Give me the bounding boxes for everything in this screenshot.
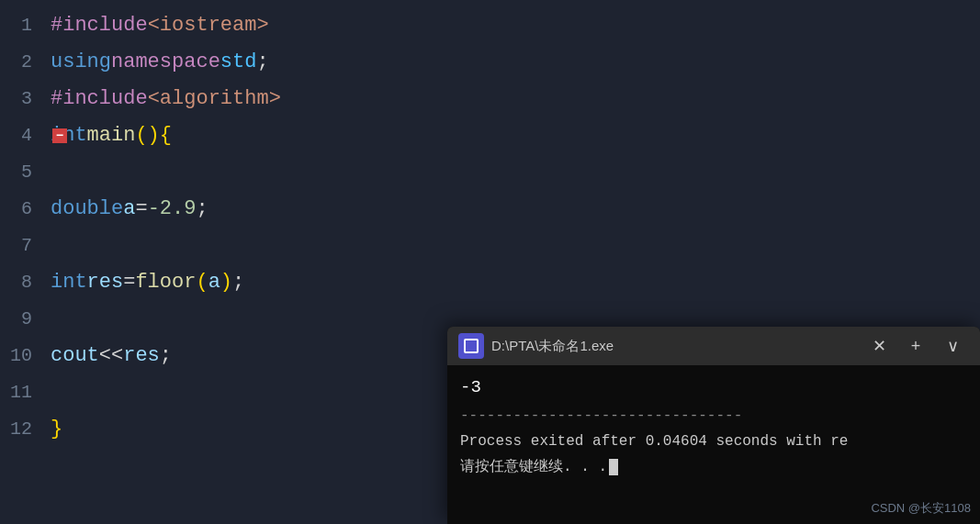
line-number: 12 (0, 411, 51, 448)
token: floor (135, 264, 196, 301)
editor-area: 1#include <iostream>2using namespace std… (0, 0, 980, 524)
terminal-title: D:\PTA\未命名1.exe (491, 338, 855, 355)
terminal-new-tab-button[interactable]: + (899, 333, 932, 359)
line-content: int main() { (51, 117, 980, 154)
code-line: 4−int main() { (0, 117, 980, 154)
token: #include (51, 7, 148, 44)
token: a (208, 264, 220, 301)
token: res (123, 338, 160, 374)
token: <iostream> (148, 7, 269, 44)
line-number: 11 (0, 374, 51, 411)
terminal-app-icon (458, 333, 484, 359)
watermark: CSDN @长安1108 (871, 500, 971, 517)
terminal-cursor (609, 459, 618, 475)
token: std (220, 44, 257, 81)
terminal-continue-line: 请按任意键继续. . . (460, 456, 967, 478)
code-line: 1#include <iostream> (0, 7, 980, 44)
token: res (87, 264, 124, 301)
terminal-output: -3 (460, 374, 967, 401)
line-number: 7 (0, 228, 51, 264)
token: main (87, 117, 136, 154)
token: ) (220, 264, 232, 301)
line-content: int res = floor(a); (51, 264, 980, 301)
token: = (123, 264, 135, 301)
terminal-chevron-button[interactable]: ∨ (936, 333, 969, 359)
token: a (123, 191, 135, 228)
token: { (160, 117, 172, 154)
line-number: 5 (0, 154, 51, 191)
token: namespace (111, 44, 220, 81)
line-number: 2 (0, 44, 51, 81)
terminal-overlay: D:\PTA\未命名1.exe ✕ + ∨ -3 ---------------… (447, 327, 980, 524)
token: #include (51, 81, 148, 117)
token: ; (196, 191, 208, 228)
terminal-titlebar: D:\PTA\未命名1.exe ✕ + ∨ (447, 327, 980, 365)
terminal-divider: -------------------------------- (460, 405, 967, 427)
token: ( (196, 264, 208, 301)
code-line: 2using namespace std; (0, 44, 980, 81)
code-line: 7 (0, 228, 980, 264)
line-number: 6 (0, 191, 51, 228)
token: int (51, 264, 87, 301)
token: () (135, 117, 159, 154)
code-line: 5 (0, 154, 980, 191)
terminal-process-line: Process exited after 0.04604 seconds wit… (460, 430, 967, 452)
line-number: 10 (0, 338, 51, 374)
terminal-controls: ✕ + ∨ (862, 333, 969, 359)
code-line: 6 double a = -2.9; (0, 191, 980, 228)
token: ; (232, 264, 244, 301)
token: using (51, 44, 111, 81)
line-number: 8 (0, 264, 51, 301)
code-line: 8 int res = floor(a); (0, 264, 980, 301)
line-content: #include <algorithm> (51, 81, 980, 117)
line-number: 1 (0, 7, 51, 44)
line-content: using namespace std; (51, 44, 980, 81)
collapse-icon[interactable]: − (52, 128, 67, 143)
token: } (51, 411, 62, 448)
token: ; (256, 44, 268, 81)
line-number: 9 (0, 301, 51, 338)
line-number: 3 (0, 81, 51, 117)
token: ; (160, 338, 172, 374)
code-line: 3#include <algorithm> (0, 81, 980, 117)
terminal-close-button[interactable]: ✕ (862, 333, 896, 359)
token: -2.9 (148, 191, 197, 228)
token: = (135, 191, 147, 228)
terminal-continue-text: 请按任意键继续. . . (460, 456, 607, 478)
token: cout (51, 338, 99, 374)
line-number: 4 (0, 117, 51, 154)
token: <algorithm> (148, 81, 281, 117)
line-content: #include <iostream> (51, 7, 980, 44)
line-content: double a = -2.9; (51, 191, 980, 228)
token: double (51, 191, 123, 228)
terminal-body: -3 -------------------------------- Proc… (447, 365, 980, 487)
terminal-icon-inner (464, 339, 479, 353)
token: << (99, 338, 123, 374)
